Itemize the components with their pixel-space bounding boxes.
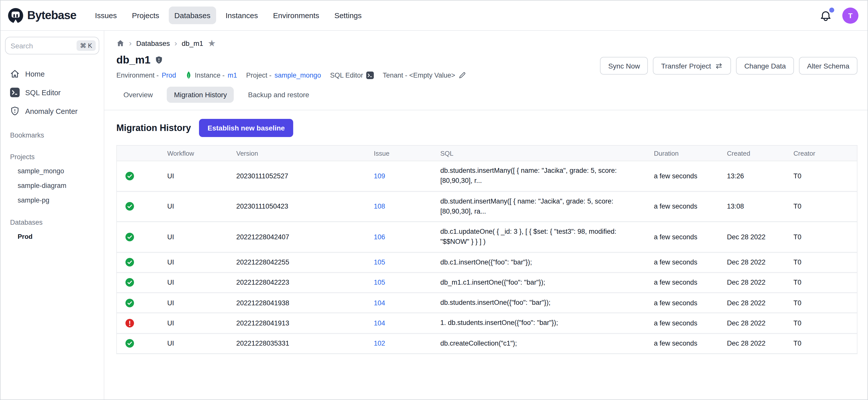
- sync-now-button[interactable]: Sync Now: [600, 57, 648, 74]
- table-row[interactable]: UI 20221228035331 102 db.createCollectio…: [117, 334, 857, 354]
- cell-sql: db_m1.c1.insertOne({"foo": "bar"});: [440, 278, 654, 288]
- nav-projects[interactable]: Projects: [126, 6, 165, 24]
- cell-issue: 105: [374, 258, 440, 266]
- cell-creator: T0: [794, 233, 857, 241]
- cell-issue: 108: [374, 203, 440, 210]
- nav-databases[interactable]: Databases: [169, 6, 216, 24]
- breadcrumb-databases[interactable]: Databases: [136, 39, 170, 48]
- table-row[interactable]: UI 20221228041913 104 1. db.students.ins…: [117, 314, 857, 334]
- environment-link[interactable]: Prod: [162, 71, 176, 79]
- avatar[interactable]: T: [842, 7, 859, 24]
- nav-environments[interactable]: Environments: [268, 6, 325, 24]
- search-input[interactable]: [10, 41, 73, 50]
- row-status: [117, 233, 167, 241]
- row-status: [117, 202, 167, 211]
- table-row[interactable]: UI 20221228042255 105 db.c1.insertOne({"…: [117, 253, 857, 273]
- sql-editor-terminal-icon[interactable]: [366, 71, 374, 79]
- issue-link[interactable]: 102: [374, 340, 385, 347]
- tab-migration-history[interactable]: Migration History: [167, 87, 234, 103]
- cell-issue: 104: [374, 319, 440, 327]
- cell-sql: db.createCollection("c1");: [440, 338, 654, 349]
- home-icon: [10, 69, 20, 79]
- environment-label: Environment -: [116, 71, 159, 79]
- alter-schema-button[interactable]: Alter Schema: [799, 57, 858, 74]
- cell-creator: T0: [794, 319, 857, 327]
- breadcrumb-separator: ›: [129, 39, 132, 48]
- col-version: Version: [236, 149, 374, 157]
- instance-label: Instance -: [195, 71, 225, 79]
- sidebar-project-sample-pg[interactable]: sample-pg: [5, 193, 99, 208]
- success-check-icon: [125, 233, 134, 241]
- nav-instances[interactable]: Instances: [220, 6, 264, 24]
- edit-pencil-icon[interactable]: [458, 71, 466, 79]
- table-row[interactable]: UI 20230111052527 109 db.students.insert…: [117, 161, 857, 192]
- breadcrumb-db-m1[interactable]: db_m1: [182, 39, 203, 48]
- sidebar-project-sample-mongo[interactable]: sample_mongo: [5, 164, 99, 178]
- breadcrumb-home-icon[interactable]: [116, 39, 124, 48]
- sidebar-section-databases: Databases: [5, 215, 99, 229]
- cell-creator: T0: [794, 279, 857, 286]
- bookmark-star-icon[interactable]: ★: [208, 39, 216, 48]
- search-box[interactable]: ⌘ K: [5, 37, 99, 54]
- cell-workflow: UI: [167, 279, 236, 286]
- table-row[interactable]: UI 20221228041938 104 db.students.insert…: [117, 293, 857, 314]
- notification-dot: [829, 7, 834, 12]
- issue-link[interactable]: 105: [374, 258, 385, 266]
- sidebar-project-sample-diagram[interactable]: sample-diagram: [5, 178, 99, 193]
- change-data-button[interactable]: Change Data: [736, 57, 794, 74]
- cell-created: 13:08: [727, 203, 794, 210]
- establish-baseline-button[interactable]: Establish new baseline: [199, 119, 293, 137]
- table-row[interactable]: UI 20221228042223 105 db_m1.c1.insertOne…: [117, 273, 857, 294]
- transfer-project-label: Transfer Project: [661, 62, 711, 70]
- notification-bell-button[interactable]: [819, 9, 832, 22]
- cell-workflow: UI: [167, 233, 236, 241]
- main-content: › Databases › db_m1 ★ db_m1: [104, 31, 868, 400]
- row-status: [117, 172, 167, 180]
- row-status: [117, 278, 167, 287]
- cell-creator: T0: [794, 172, 857, 180]
- issue-link[interactable]: 106: [374, 233, 385, 241]
- sidebar-database-prod[interactable]: Prod: [5, 229, 99, 244]
- cell-workflow: UI: [167, 299, 236, 307]
- issue-link[interactable]: 105: [374, 279, 385, 286]
- issue-link[interactable]: 104: [374, 299, 385, 307]
- sidebar-section-bookmarks: Bookmarks: [5, 128, 99, 142]
- table-row[interactable]: UI 20221228042407 106 db.c1.updateOne( {…: [117, 222, 857, 253]
- cell-duration: a few seconds: [654, 299, 727, 307]
- tab-backup-and-restore[interactable]: Backup and restore: [241, 87, 316, 103]
- col-issue: Issue: [374, 149, 440, 157]
- row-status: [117, 319, 167, 328]
- cell-creator: T0: [794, 299, 857, 307]
- issue-link[interactable]: 108: [374, 203, 385, 210]
- tab-overview[interactable]: Overview: [116, 87, 160, 103]
- bytebase-logo[interactable]: Bytebase: [7, 7, 76, 24]
- breadcrumb: › Databases › db_m1 ★: [116, 39, 858, 48]
- issue-link[interactable]: 109: [374, 172, 385, 180]
- sidebar-item-sql-editor[interactable]: SQL Editor: [5, 83, 99, 102]
- cell-workflow: UI: [167, 340, 236, 347]
- cell-sql: db.c1.insertOne({"foo": "bar"});: [440, 257, 654, 268]
- issue-link[interactable]: 104: [374, 319, 385, 327]
- row-status: [117, 258, 167, 267]
- cell-workflow: UI: [167, 258, 236, 266]
- project-link[interactable]: sample_mongo: [275, 71, 321, 79]
- nav-settings[interactable]: Settings: [329, 6, 367, 24]
- transfer-project-button[interactable]: Transfer Project: [653, 57, 731, 74]
- cell-sql: db.students.insertMany([ { name: "Jacika…: [440, 166, 654, 186]
- cell-created: Dec 28 2022: [727, 299, 794, 307]
- table-row[interactable]: UI 20230111050423 108 db.student.insertM…: [117, 192, 857, 222]
- migration-table-header: Workflow Version Issue SQL Duration Crea…: [117, 146, 857, 161]
- brand-name: Bytebase: [27, 8, 76, 22]
- transfer-arrows-icon: [715, 62, 723, 69]
- success-check-icon: [125, 339, 134, 348]
- nav-issues[interactable]: Issues: [89, 6, 122, 24]
- cell-version: 20221228042223: [236, 279, 374, 286]
- col-creator: Creator: [794, 149, 857, 157]
- sidebar-item-anomaly-center[interactable]: Anomaly Center: [5, 102, 99, 120]
- cell-sql: db.students.insertOne({"foo": "bar"});: [440, 298, 654, 308]
- sidebar-item-home[interactable]: Home: [5, 64, 99, 83]
- cell-issue: 104: [374, 299, 440, 307]
- meta-sql-editor[interactable]: SQL Editor: [330, 71, 374, 79]
- breadcrumb-separator: ›: [175, 39, 177, 48]
- instance-link[interactable]: m1: [228, 71, 237, 79]
